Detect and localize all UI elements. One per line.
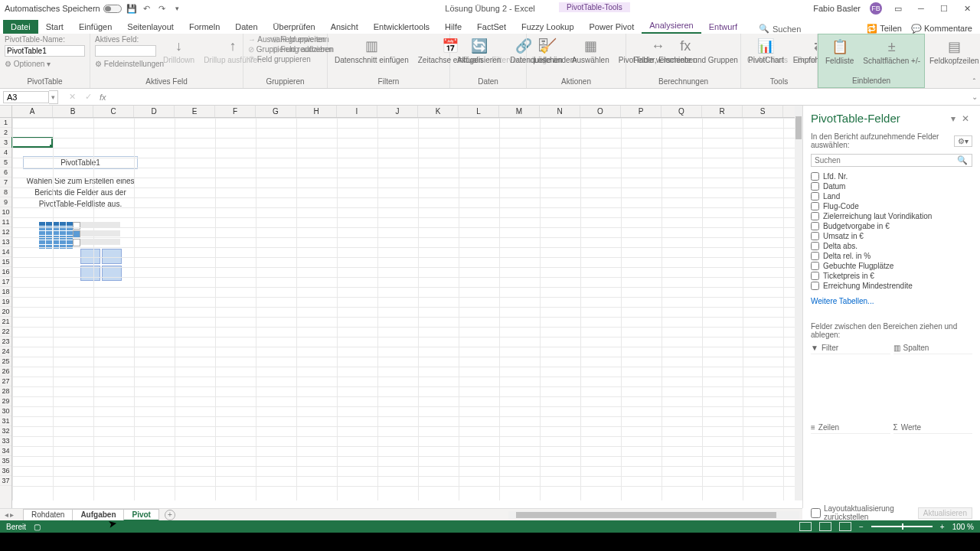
col-header-Q[interactable]: Q xyxy=(662,106,702,117)
col-header-D[interactable]: D xyxy=(134,106,175,117)
field-item[interactable]: Ticketpreis in € xyxy=(811,271,972,281)
tab-formulas[interactable]: Formeln xyxy=(181,20,227,34)
qat-customize-icon[interactable]: ▾ xyxy=(172,3,183,14)
tab-powerpivot[interactable]: Power Pivot xyxy=(582,20,642,34)
tab-developer[interactable]: Entwicklertools xyxy=(366,20,437,34)
field-checkbox[interactable] xyxy=(811,182,819,191)
field-item[interactable]: Land xyxy=(811,191,972,201)
collapse-ribbon-icon[interactable]: ˆ xyxy=(973,78,975,86)
field-item[interactable]: Delta abs. xyxy=(811,241,972,251)
row-header-29[interactable]: 29 xyxy=(0,396,11,406)
pane-dropdown-icon[interactable]: ▾ xyxy=(948,113,959,124)
headers-toggle[interactable]: ▤Feldkopfzeilen xyxy=(927,36,980,67)
field-checkbox[interactable] xyxy=(811,272,819,280)
field-item[interactable]: Umsatz in € xyxy=(811,231,972,241)
tab-pagelayout[interactable]: Seitenlayout xyxy=(119,20,181,34)
col-header-S[interactable]: S xyxy=(743,106,783,117)
active-cell[interactable] xyxy=(11,137,53,148)
row-header-34[interactable]: 34 xyxy=(0,446,11,456)
buttons-toggle[interactable]: ±Schaltflächen +/- xyxy=(861,36,923,67)
row-header-4[interactable]: 4 xyxy=(0,148,11,158)
horizontal-scrollbar[interactable] xyxy=(508,511,799,519)
field-item[interactable]: Delta rel. in % xyxy=(811,251,972,261)
pivotchart-button[interactable]: 📊PivotChart xyxy=(746,35,786,66)
row-header-17[interactable]: 17 xyxy=(0,277,11,287)
zoom-out-icon[interactable]: − xyxy=(859,523,864,531)
field-checkbox[interactable] xyxy=(811,202,819,210)
tab-view[interactable]: Ansicht xyxy=(323,20,366,34)
pane-close-icon[interactable]: ✕ xyxy=(959,113,972,124)
row-header-36[interactable]: 36 xyxy=(0,466,11,476)
row-header-28[interactable]: 28 xyxy=(0,386,11,396)
row-header-18[interactable]: 18 xyxy=(0,287,11,297)
field-checkbox[interactable] xyxy=(811,262,819,270)
defer-layout-checkbox[interactable] xyxy=(811,508,821,518)
update-button[interactable]: Aktualisieren xyxy=(918,507,972,519)
row-header-35[interactable]: 35 xyxy=(0,456,11,466)
tab-analyze[interactable]: Analysieren xyxy=(642,18,701,34)
vertical-scrollbar[interactable] xyxy=(795,106,802,500)
insert-slicer[interactable]: ▥Datenschnitt einfügen xyxy=(332,35,411,66)
field-item[interactable]: Lfd. Nr. xyxy=(811,171,972,181)
col-header-M[interactable]: M xyxy=(499,106,540,117)
worksheet-grid[interactable]: ABCDEFGHIJKLMNOPQRS 12345678910111213141… xyxy=(0,106,802,508)
col-header-H[interactable]: H xyxy=(296,106,337,117)
field-item[interactable]: Budgetvorgabe in € xyxy=(811,221,972,231)
zoom-slider[interactable] xyxy=(871,526,933,527)
row-header-14[interactable]: 14 xyxy=(0,247,11,257)
field-item[interactable]: Flug-Code xyxy=(811,201,972,211)
share-button[interactable]: 🔁 Teilen xyxy=(867,24,902,34)
fx-icon[interactable]: fx xyxy=(96,93,109,102)
select-button[interactable]: ▦Auswählen xyxy=(570,35,612,66)
field-checkbox[interactable] xyxy=(811,242,819,250)
view-pagebreak-icon[interactable] xyxy=(839,522,851,531)
autosave-toggle[interactable]: Automatisches Speichern xyxy=(5,4,122,13)
tab-design[interactable]: Entwurf xyxy=(701,20,745,34)
group-selection[interactable]: → Auswahl gruppieren xyxy=(248,35,333,44)
drop-area-columns[interactable]: ▥Spalten xyxy=(893,344,973,420)
row-header-1[interactable]: 1 xyxy=(0,118,11,128)
field-checkbox[interactable] xyxy=(811,232,819,240)
clear-button[interactable]: 🧹Löschen xyxy=(531,35,565,66)
expand-formula-bar-icon[interactable]: ⌄ xyxy=(969,93,980,101)
row-header-16[interactable]: 16 xyxy=(0,267,11,277)
pt-name-input[interactable] xyxy=(5,45,85,57)
refresh-button[interactable]: 🔄Aktualisieren xyxy=(455,35,503,66)
row-header-2[interactable]: 2 xyxy=(0,128,11,138)
row-header-3[interactable]: 3 xyxy=(0,138,11,148)
field-item[interactable]: Datum xyxy=(811,181,972,191)
undo-icon[interactable]: ↶ xyxy=(142,3,152,14)
save-icon[interactable]: 💾 xyxy=(126,3,137,14)
drop-area-rows[interactable]: ≡Zeilen xyxy=(811,423,890,500)
field-checkbox[interactable] xyxy=(811,282,819,290)
row-header-23[interactable]: 23 xyxy=(0,337,11,347)
col-header-P[interactable]: P xyxy=(621,106,662,117)
sheet-nav-first-icon[interactable]: ◂ xyxy=(5,510,8,519)
col-header-O[interactable]: O xyxy=(580,106,621,117)
macro-record-icon[interactable]: ▢ xyxy=(34,523,41,531)
active-field-input[interactable] xyxy=(95,45,156,57)
row-header-7[interactable]: 7 xyxy=(0,178,11,187)
sheet-tab-pivot[interactable]: Pivot xyxy=(123,509,158,521)
user-avatar[interactable]: FB xyxy=(870,2,882,15)
col-header-C[interactable]: C xyxy=(93,106,134,117)
tab-fuzzy[interactable]: Fuzzy Lookup xyxy=(514,20,581,34)
name-box[interactable] xyxy=(3,91,49,103)
formula-bar[interactable] xyxy=(109,91,969,103)
row-header-20[interactable]: 20 xyxy=(0,307,11,317)
row-header-12[interactable]: 12 xyxy=(0,227,11,237)
tab-data[interactable]: Daten xyxy=(227,20,265,34)
row-header-11[interactable]: 11 xyxy=(0,217,11,227)
field-item[interactable]: Zielerreichung laut Vorindikation xyxy=(811,211,972,221)
calc-fields[interactable]: fxFelder, Elemente und Gruppen xyxy=(631,35,740,66)
row-header-31[interactable]: 31 xyxy=(0,416,11,426)
row-header-8[interactable]: 8 xyxy=(0,187,11,197)
col-header-B[interactable]: B xyxy=(53,106,93,117)
tab-factset[interactable]: FactSet xyxy=(469,20,514,34)
sheet-tab-rohdaten[interactable]: Rohdaten xyxy=(23,509,73,521)
close-icon[interactable]: ✕ xyxy=(960,4,974,14)
field-search-input[interactable] xyxy=(811,154,972,167)
view-normal-icon[interactable] xyxy=(799,522,812,531)
redo-icon[interactable]: ↷ xyxy=(157,3,168,14)
row-header-13[interactable]: 13 xyxy=(0,237,11,247)
